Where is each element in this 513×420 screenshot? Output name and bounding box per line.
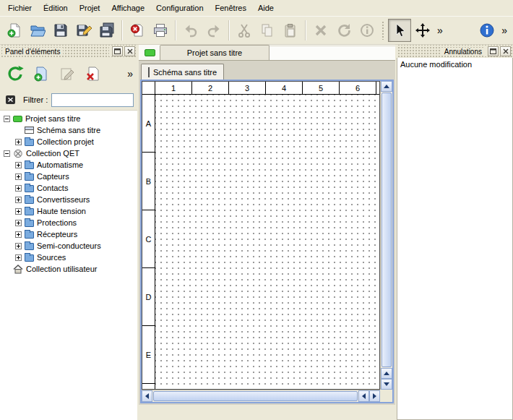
tree-item-label: Contacts — [37, 184, 68, 192]
expand-expander-icon[interactable] — [15, 162, 22, 168]
tree-item-recepteurs[interactable]: Récepteurs — [0, 228, 137, 240]
tab-schema-sans-titre[interactable]: Schéma sans titre — [141, 64, 224, 80]
tree-item-collection-projet[interactable]: Collection projet — [0, 136, 137, 147]
undo-arrow-icon — [183, 22, 199, 38]
panel-toolbar-overflow[interactable]: » — [127, 68, 133, 80]
tree-item-schema-sans-titre[interactable]: Schéma sans titre — [0, 124, 137, 136]
clear-filter-icon — [5, 94, 18, 106]
ruler-row-label: A — [142, 95, 155, 153]
collapse-expander-icon[interactable] — [4, 116, 10, 122]
toolbar-overflow-right[interactable]: » — [499, 25, 510, 36]
tree-item-protections[interactable]: Protections — [0, 217, 137, 228]
save-button[interactable] — [49, 19, 72, 42]
tree-item-haute-tension[interactable]: Haute tension — [0, 205, 137, 217]
undo-history-list[interactable]: Aucune modification — [397, 58, 513, 420]
element-info-button[interactable] — [355, 19, 379, 42]
collapse-expander-icon[interactable] — [4, 150, 10, 157]
project-window: Projet sans titre Schéma sans titre 1 — [139, 45, 395, 405]
cut-button[interactable] — [233, 19, 256, 42]
select-mode-button[interactable] — [388, 19, 411, 42]
scroll-left-button[interactable] — [142, 390, 152, 402]
expand-expander-icon[interactable] — [15, 220, 22, 226]
delete-element-button[interactable] — [82, 63, 104, 85]
save-as-button[interactable] — [72, 19, 95, 42]
elements-panel: Panel d'éléments » Fi — [0, 45, 137, 420]
pan-mode-button[interactable] — [411, 19, 434, 42]
horizontal-scroll-thumb[interactable] — [153, 391, 358, 401]
toolbar-separator — [228, 20, 230, 40]
schema-canvas[interactable] — [155, 95, 379, 389]
toolbar-overflow[interactable]: » — [434, 25, 446, 36]
about-info-button[interactable] — [475, 19, 499, 42]
project-tab-bar: Projet sans titre — [139, 45, 395, 61]
tree-item-convertisseurs[interactable]: Convertisseurs — [0, 194, 137, 205]
tree-item-collection-qet[interactable]: Collection QET — [0, 147, 137, 159]
tree-item-automatisme[interactable]: Automatisme — [0, 159, 137, 171]
filter-input[interactable] — [51, 93, 134, 107]
vertical-scroll-thumb[interactable] — [381, 93, 392, 367]
folder-icon — [25, 241, 34, 250]
save-all-button[interactable] — [95, 19, 118, 42]
undo-panel-titlebar[interactable]: Annulations — [397, 45, 513, 58]
tree-item-sources[interactable]: Sources — [0, 252, 137, 263]
redo-button[interactable] — [202, 19, 225, 42]
expand-expander-icon[interactable] — [15, 197, 22, 203]
schema-tab-label: Schéma sans titre — [153, 68, 217, 77]
expand-expander-icon[interactable] — [15, 254, 22, 261]
tree-item-projet-sans-titre[interactable]: Projet sans titre — [0, 113, 137, 124]
menu-fenetres[interactable]: Fenêtres — [210, 1, 252, 14]
expand-expander-icon[interactable] — [15, 243, 22, 249]
open-project-button[interactable] — [26, 19, 49, 42]
tree-item-label: Récepteurs — [37, 230, 77, 239]
menu-configuration[interactable]: Configuration — [150, 1, 209, 14]
filter-label: Filtrer : — [23, 95, 48, 104]
menu-edition[interactable]: Édition — [38, 1, 74, 14]
tree-item-label: Collection QET — [26, 149, 79, 158]
expand-expander-icon[interactable] — [15, 185, 22, 192]
paste-button[interactable] — [279, 19, 302, 42]
float-panel-button[interactable] — [112, 46, 123, 56]
menu-projet[interactable]: Projet — [74, 1, 106, 14]
copy-button[interactable] — [256, 19, 279, 42]
expand-expander-icon[interactable] — [15, 139, 22, 145]
undo-button[interactable] — [179, 19, 202, 42]
tab-projet-sans-titre[interactable]: Projet sans titre — [160, 45, 270, 60]
tree-item-semi-conducteurs[interactable]: Semi-conducteurs — [0, 240, 137, 252]
elements-panel-titlebar[interactable]: Panel d'éléments — [0, 45, 137, 58]
new-file-button[interactable] — [3, 19, 26, 42]
clear-filter-button[interactable] — [4, 93, 20, 107]
toolbar-grip[interactable] — [381, 21, 385, 40]
close-panel-button[interactable] — [124, 46, 135, 56]
rotate-button[interactable] — [332, 19, 355, 42]
menu-fichier[interactable]: Fichier — [2, 1, 38, 14]
expand-expander-icon[interactable] — [15, 173, 22, 180]
right-arrow-icon — [373, 393, 376, 399]
float-undo-panel-button[interactable] — [488, 46, 499, 56]
ruler-row-label: C — [142, 210, 155, 268]
column-ruler: 1 2 3 4 5 6 — [155, 82, 379, 95]
scroll-down-button[interactable] — [381, 379, 392, 390]
expand-expander-icon[interactable] — [15, 231, 22, 238]
reload-collections-button[interactable] — [4, 63, 26, 85]
scroll-up-button[interactable] — [381, 81, 392, 92]
tree-item-contacts[interactable]: Contacts — [0, 182, 137, 194]
expand-expander-icon[interactable] — [15, 208, 22, 215]
new-element-button[interactable] — [30, 63, 52, 85]
scroll-up-button-2[interactable] — [381, 368, 392, 379]
menu-aide[interactable]: Aide — [252, 1, 280, 14]
scroll-right-button[interactable] — [369, 390, 380, 402]
print-button[interactable] — [149, 19, 172, 42]
tree-item-label: Capteurs — [37, 172, 69, 181]
close-undo-panel-button[interactable] — [500, 46, 511, 56]
menu-affichage[interactable]: Affichage — [105, 1, 150, 14]
delete-button[interactable] — [309, 19, 332, 42]
folder-icon — [25, 230, 34, 239]
tree-item-capteurs[interactable]: Capteurs — [0, 171, 137, 182]
tree-item-label: Convertisseurs — [37, 195, 90, 204]
tree-item-label: Automatisme — [37, 160, 83, 169]
edit-element-button[interactable] — [56, 63, 78, 85]
tree-item-collection-utilisateur[interactable]: Collection utilisateur — [0, 263, 137, 275]
close-file-button[interactable] — [126, 19, 149, 42]
save-as-icon — [76, 22, 92, 38]
scroll-left-button-2[interactable] — [358, 390, 369, 402]
